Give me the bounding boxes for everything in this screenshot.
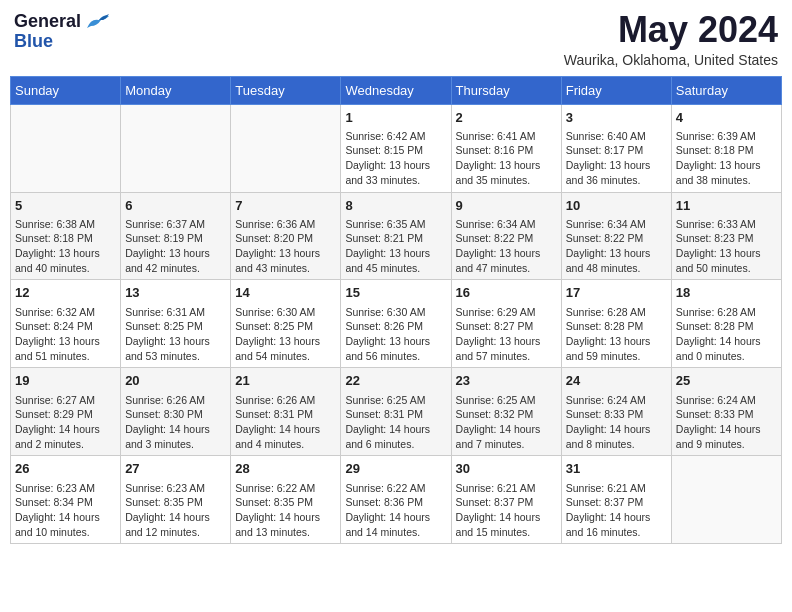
calendar-cell [231, 104, 341, 192]
page-header: General Blue May 2024 Waurika, Oklahoma,… [10, 10, 782, 68]
calendar-cell: 17Sunrise: 6:28 AMSunset: 8:28 PMDayligh… [561, 280, 671, 368]
calendar-cell: 27Sunrise: 6:23 AMSunset: 8:35 PMDayligh… [121, 456, 231, 544]
day-number: 15 [345, 284, 446, 302]
day-info: Daylight: 14 hours and 10 minutes. [15, 510, 116, 539]
day-info: Sunrise: 6:30 AM [235, 305, 336, 320]
day-info: Sunrise: 6:21 AM [456, 481, 557, 496]
day-info: Sunset: 8:21 PM [345, 231, 446, 246]
calendar-cell [121, 104, 231, 192]
day-info: Daylight: 13 hours and 56 minutes. [345, 334, 446, 363]
calendar-cell: 14Sunrise: 6:30 AMSunset: 8:25 PMDayligh… [231, 280, 341, 368]
day-info: Daylight: 14 hours and 16 minutes. [566, 510, 667, 539]
day-info: Sunrise: 6:22 AM [235, 481, 336, 496]
day-info: Daylight: 14 hours and 12 minutes. [125, 510, 226, 539]
day-info: Sunrise: 6:24 AM [676, 393, 777, 408]
day-number: 18 [676, 284, 777, 302]
day-number: 9 [456, 197, 557, 215]
day-info: Daylight: 13 hours and 59 minutes. [566, 334, 667, 363]
calendar-cell: 10Sunrise: 6:34 AMSunset: 8:22 PMDayligh… [561, 192, 671, 280]
day-of-week-tuesday: Tuesday [231, 76, 341, 104]
calendar-cell [671, 456, 781, 544]
location: Waurika, Oklahoma, United States [564, 52, 778, 68]
day-info: Sunrise: 6:25 AM [345, 393, 446, 408]
day-number: 30 [456, 460, 557, 478]
calendar-cell: 13Sunrise: 6:31 AMSunset: 8:25 PMDayligh… [121, 280, 231, 368]
day-info: Daylight: 14 hours and 8 minutes. [566, 422, 667, 451]
day-number: 16 [456, 284, 557, 302]
day-of-week-sunday: Sunday [11, 76, 121, 104]
day-info: Sunset: 8:17 PM [566, 143, 667, 158]
day-info: Daylight: 13 hours and 48 minutes. [566, 246, 667, 275]
day-info: Sunrise: 6:42 AM [345, 129, 446, 144]
day-number: 21 [235, 372, 336, 390]
day-info: Sunrise: 6:33 AM [676, 217, 777, 232]
calendar-week-4: 19Sunrise: 6:27 AMSunset: 8:29 PMDayligh… [11, 368, 782, 456]
calendar-cell: 2Sunrise: 6:41 AMSunset: 8:16 PMDaylight… [451, 104, 561, 192]
calendar-header: SundayMondayTuesdayWednesdayThursdayFrid… [11, 76, 782, 104]
day-info: Daylight: 13 hours and 38 minutes. [676, 158, 777, 187]
day-info: Sunset: 8:34 PM [15, 495, 116, 510]
day-info: Daylight: 14 hours and 0 minutes. [676, 334, 777, 363]
day-info: Daylight: 13 hours and 57 minutes. [456, 334, 557, 363]
day-info: Daylight: 14 hours and 14 minutes. [345, 510, 446, 539]
day-number: 7 [235, 197, 336, 215]
day-info: Daylight: 13 hours and 45 minutes. [345, 246, 446, 275]
calendar-body: 1Sunrise: 6:42 AMSunset: 8:15 PMDaylight… [11, 104, 782, 544]
day-info: Daylight: 14 hours and 3 minutes. [125, 422, 226, 451]
day-info: Sunrise: 6:26 AM [235, 393, 336, 408]
day-info: Sunset: 8:31 PM [235, 407, 336, 422]
day-info: Sunset: 8:28 PM [676, 319, 777, 334]
day-info: Sunset: 8:24 PM [15, 319, 116, 334]
day-info: Sunrise: 6:30 AM [345, 305, 446, 320]
day-info: Daylight: 13 hours and 43 minutes. [235, 246, 336, 275]
calendar-cell: 30Sunrise: 6:21 AMSunset: 8:37 PMDayligh… [451, 456, 561, 544]
day-info: Sunset: 8:37 PM [456, 495, 557, 510]
day-number: 20 [125, 372, 226, 390]
day-info: Sunrise: 6:21 AM [566, 481, 667, 496]
calendar-cell: 18Sunrise: 6:28 AMSunset: 8:28 PMDayligh… [671, 280, 781, 368]
day-info: Daylight: 14 hours and 13 minutes. [235, 510, 336, 539]
day-info: Daylight: 14 hours and 2 minutes. [15, 422, 116, 451]
day-info: Sunrise: 6:34 AM [566, 217, 667, 232]
day-number: 6 [125, 197, 226, 215]
day-info: Sunset: 8:37 PM [566, 495, 667, 510]
calendar-cell: 6Sunrise: 6:37 AMSunset: 8:19 PMDaylight… [121, 192, 231, 280]
calendar-table: SundayMondayTuesdayWednesdayThursdayFrid… [10, 76, 782, 545]
day-info: Sunset: 8:15 PM [345, 143, 446, 158]
day-number: 23 [456, 372, 557, 390]
day-info: Daylight: 14 hours and 6 minutes. [345, 422, 446, 451]
calendar-week-1: 1Sunrise: 6:42 AMSunset: 8:15 PMDaylight… [11, 104, 782, 192]
day-info: Daylight: 13 hours and 53 minutes. [125, 334, 226, 363]
day-number: 29 [345, 460, 446, 478]
day-number: 13 [125, 284, 226, 302]
day-number: 17 [566, 284, 667, 302]
calendar-cell: 21Sunrise: 6:26 AMSunset: 8:31 PMDayligh… [231, 368, 341, 456]
logo-blue: Blue [14, 32, 53, 50]
month-title: May 2024 [564, 10, 778, 50]
day-info: Sunrise: 6:35 AM [345, 217, 446, 232]
day-info: Sunrise: 6:37 AM [125, 217, 226, 232]
logo: General Blue [14, 10, 111, 50]
day-info: Sunset: 8:26 PM [345, 319, 446, 334]
day-number: 24 [566, 372, 667, 390]
calendar-cell: 9Sunrise: 6:34 AMSunset: 8:22 PMDaylight… [451, 192, 561, 280]
day-info: Sunrise: 6:28 AM [566, 305, 667, 320]
day-info: Sunrise: 6:36 AM [235, 217, 336, 232]
day-number: 4 [676, 109, 777, 127]
logo-bird-icon [83, 10, 111, 32]
calendar-week-5: 26Sunrise: 6:23 AMSunset: 8:34 PMDayligh… [11, 456, 782, 544]
calendar-cell: 3Sunrise: 6:40 AMSunset: 8:17 PMDaylight… [561, 104, 671, 192]
day-info: Sunset: 8:36 PM [345, 495, 446, 510]
calendar-cell: 4Sunrise: 6:39 AMSunset: 8:18 PMDaylight… [671, 104, 781, 192]
day-info: Sunrise: 6:25 AM [456, 393, 557, 408]
calendar-cell: 25Sunrise: 6:24 AMSunset: 8:33 PMDayligh… [671, 368, 781, 456]
day-info: Daylight: 13 hours and 54 minutes. [235, 334, 336, 363]
day-number: 1 [345, 109, 446, 127]
calendar-cell: 8Sunrise: 6:35 AMSunset: 8:21 PMDaylight… [341, 192, 451, 280]
day-info: Sunset: 8:19 PM [125, 231, 226, 246]
day-info: Sunset: 8:35 PM [235, 495, 336, 510]
day-info: Sunset: 8:33 PM [676, 407, 777, 422]
day-info: Sunrise: 6:32 AM [15, 305, 116, 320]
day-number: 28 [235, 460, 336, 478]
day-info: Sunset: 8:18 PM [676, 143, 777, 158]
